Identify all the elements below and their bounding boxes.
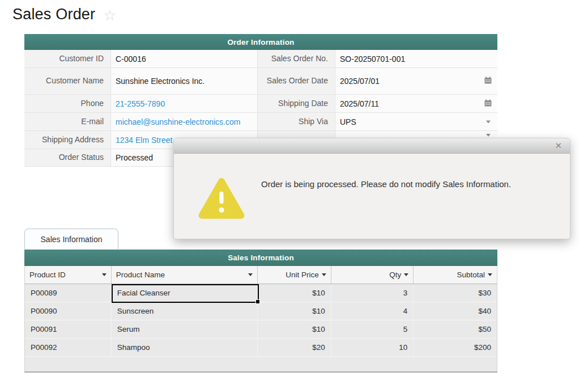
cell-product-name[interactable]: Shampoo [112,339,258,356]
cell-product-id[interactable]: P00092 [25,339,112,356]
sales-table-body: P00089 Facial Cleanser $10 3 $30 P00090 … [24,284,497,357]
cell-qty[interactable]: 10 [331,339,414,356]
sort-caret-icon [404,273,408,276]
sales-table-empty-area [24,357,497,371]
cell-subtotal[interactable]: $200 [414,339,497,356]
cell-product-id[interactable]: P00091 [25,320,112,338]
shipping-address-label: Shipping Address [24,131,111,149]
column-header-product-id[interactable]: Product ID [25,266,112,284]
sort-caret-icon [322,273,326,276]
email-label: E-mail [24,113,111,130]
ship-via-label: Ship Via [258,113,335,130]
warning-triangle-icon [198,178,245,225]
sort-caret-icon [102,273,106,276]
cell-product-name-selected[interactable]: Facial Cleanser [112,284,258,302]
warning-dialog: ✕ Order is being processed. Please do no… [173,138,570,239]
sales-order-date-label: Sales Order Date [258,68,335,94]
cell-unit-price[interactable]: $10 [258,302,331,320]
customer-name-value[interactable]: Sunshine Electronics Inc. [111,68,258,94]
cell-unit-price[interactable]: $20 [258,339,331,356]
field-row-sales-order-date: Sales Order Date 2025/07/01 [258,68,497,95]
phone-value[interactable]: 21-2555-7890 [111,95,258,112]
ship-via-select[interactable]: UPS [335,113,497,130]
cell-qty[interactable]: 5 [331,320,414,338]
cell-product-name[interactable]: Sunscreen [112,302,258,320]
email-link[interactable]: michael@sunshine-electronics.com [116,117,240,126]
field-row-phone: Phone 21-2555-7890 [24,95,258,113]
close-icon[interactable]: ✕ [555,140,562,151]
favorite-star-icon[interactable]: ☆ [103,7,116,24]
column-header-product-name[interactable]: Product Name [112,266,258,284]
field-row-customer-name: Customer Name Sunshine Electronics Inc. [24,68,258,95]
table-row: P00089 Facial Cleanser $10 3 $30 [25,284,497,302]
chevron-down-icon[interactable] [486,120,491,123]
cell-subtotal[interactable]: $50 [414,320,497,338]
sales-order-no-value[interactable]: SO-20250701-001 [335,50,497,67]
cell-unit-price[interactable]: $10 [258,284,331,302]
cell-product-id[interactable]: P00089 [25,284,112,302]
sort-caret-icon [488,273,492,276]
shipping-address-link[interactable]: 1234 Elm Street [116,136,172,145]
column-header-qty[interactable]: Qty [331,266,414,284]
phone-link[interactable]: 21-2555-7890 [116,99,165,108]
cell-unit-price[interactable]: $10 [258,320,331,338]
column-header-subtotal[interactable]: Subtotal [414,266,497,284]
column-header-unit-price[interactable]: Unit Price [258,266,331,284]
field-row-shipping-date: Shipping Date 2025/07/11 [258,95,497,113]
shipping-date-value[interactable]: 2025/07/11 [335,95,497,112]
dialog-message: Order is being processed. Please do not … [261,179,556,190]
field-row-sales-order-no: Sales Order No. SO-20250701-001 [258,50,497,68]
email-value[interactable]: michael@sunshine-electronics.com [111,113,258,130]
customer-name-label: Customer Name [24,68,111,94]
chevron-down-icon[interactable] [486,134,491,137]
table-row: P00090 Sunscreen $10 4 $40 [25,302,497,320]
table-row: P00091 Serum $10 5 $50 [25,320,497,339]
sales-table-bottom-border [24,371,497,373]
calendar-icon[interactable] [484,99,492,108]
cell-product-id[interactable]: P00090 [25,302,112,320]
cell-subtotal[interactable]: $40 [414,302,497,320]
dialog-titlebar[interactable]: ✕ [174,138,570,154]
phone-label: Phone [24,95,111,112]
sales-information-section: Sales Information Product ID Product Nam… [24,250,497,373]
customer-id-value[interactable]: C-00016 [111,50,258,67]
cell-product-name[interactable]: Serum [112,320,258,338]
field-row-customer-id: Customer ID C-00016 [24,50,258,68]
cell-qty[interactable]: 3 [331,284,414,302]
sales-information-header: Sales Information [24,250,497,266]
sort-caret-icon [248,273,253,276]
order-status-label: Order Status [24,149,111,166]
cell-subtotal[interactable]: $30 [414,284,497,302]
cell-qty[interactable]: 4 [331,302,414,320]
table-row: P00092 Shampoo $20 10 $200 [25,339,497,357]
sales-order-date-value[interactable]: 2025/07/01 [335,68,497,94]
tab-sales-information[interactable]: Sales Information [24,229,118,249]
customer-id-label: Customer ID [24,50,111,67]
page-title-row: Sales Order ☆ [12,5,117,24]
field-row-ship-via: Ship Via UPS [258,113,497,131]
sales-table-column-headers: Product ID Product Name Unit Price Qty S… [24,266,497,284]
dialog-body: Order is being processed. Please do not … [174,154,570,240]
sales-order-no-label: Sales Order No. [258,50,335,67]
page-title: Sales Order [12,6,95,23]
calendar-icon[interactable] [484,77,492,86]
sales-order-screen: Sales Order ☆ Order Information Customer… [0,0,588,376]
field-row-email: E-mail michael@sunshine-electronics.com [24,113,258,131]
order-information-header: Order Information [24,34,497,50]
shipping-date-label: Shipping Date [258,95,335,112]
